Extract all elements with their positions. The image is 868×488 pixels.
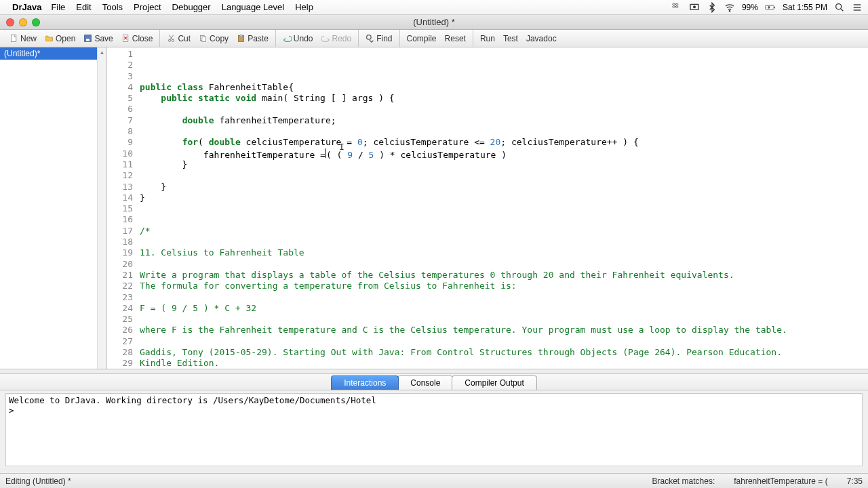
reset-button[interactable]: Reset xyxy=(441,33,470,45)
spotlight-icon[interactable] xyxy=(834,2,845,13)
copy-button[interactable]: Copy xyxy=(195,33,233,45)
menu-language-level[interactable]: Language Level xyxy=(222,2,285,12)
svg-rect-4 xyxy=(774,6,775,7)
sidebar-scrollbar[interactable]: ▲ xyxy=(97,47,106,369)
app-name[interactable]: DrJava xyxy=(12,2,41,12)
pane-divider[interactable] xyxy=(0,369,868,374)
window-title: (Untitled) * xyxy=(413,17,454,27)
svg-point-1 xyxy=(694,6,696,8)
close-button[interactable]: Close xyxy=(117,33,157,45)
scroll-up-icon[interactable]: ▲ xyxy=(98,47,106,57)
window-zoom-button[interactable] xyxy=(32,18,40,26)
open-button[interactable]: Open xyxy=(41,33,79,45)
svg-rect-16 xyxy=(202,37,206,41)
menu-tools[interactable]: Tools xyxy=(102,2,123,12)
redo-button[interactable]: Redo xyxy=(317,33,356,45)
line-number-gutter: 1234567891011121314151617181920212223242… xyxy=(107,47,137,369)
interactions-prompt[interactable]: > xyxy=(9,405,859,415)
dropbox-icon[interactable] xyxy=(671,2,682,13)
status-left: Editing (Untitled) * xyxy=(5,476,71,486)
svg-point-13 xyxy=(169,39,171,41)
sidebar-file-item[interactable]: (Untitled)* xyxy=(0,47,106,60)
clock[interactable]: Sat 1:55 PM xyxy=(783,3,827,12)
status-bracket-label: Bracket matches: xyxy=(652,476,715,486)
svg-point-14 xyxy=(172,39,174,41)
interactions-welcome: Welcome to DrJava. Working directory is … xyxy=(9,395,859,405)
cut-button[interactable]: Cut xyxy=(163,33,195,45)
status-caret-position: 7:35 xyxy=(847,476,863,486)
tab-console[interactable]: Console xyxy=(397,375,453,390)
save-button[interactable]: Save xyxy=(79,33,117,45)
window-titlebar: (Untitled) * xyxy=(0,15,868,30)
window-minimize-button[interactable] xyxy=(19,18,27,26)
new-button[interactable]: New xyxy=(5,33,41,45)
battery-percent: 99% xyxy=(742,3,758,12)
tab-interactions[interactable]: Interactions xyxy=(331,375,399,390)
tab-compiler-output[interactable]: Compiler Output xyxy=(452,375,536,390)
paste-button[interactable]: Paste xyxy=(233,33,273,45)
file-sidebar: (Untitled)* ▲ xyxy=(0,47,107,369)
compile-button[interactable]: Compile xyxy=(403,33,441,45)
bluetooth-icon[interactable] xyxy=(707,2,717,13)
status-bracket-value: fahrenheitTemperature = ( xyxy=(734,476,827,486)
svg-rect-18 xyxy=(240,35,242,37)
menu-project[interactable]: Project xyxy=(134,2,161,12)
svg-point-2 xyxy=(729,10,730,11)
interactions-pane[interactable]: Welcome to DrJava. Working directory is … xyxy=(5,393,863,466)
window-close-button[interactable] xyxy=(6,18,14,26)
code-editor[interactable]: 1234567891011121314151617181920212223242… xyxy=(107,47,868,369)
battery-icon[interactable] xyxy=(765,2,776,13)
menu-file[interactable]: File xyxy=(51,2,65,12)
display-icon[interactable] xyxy=(689,2,700,13)
find-button[interactable]: Find xyxy=(361,33,396,45)
run-button[interactable]: Run xyxy=(476,33,499,45)
svg-point-5 xyxy=(836,3,842,9)
wifi-icon[interactable] xyxy=(724,2,735,13)
status-bar: Editing (Untitled) * Bracket matches: fa… xyxy=(0,473,868,488)
menu-icon[interactable] xyxy=(852,2,863,13)
macos-menubar: DrJava File Edit Tools Project Debugger … xyxy=(0,0,868,15)
svg-point-19 xyxy=(367,35,372,40)
undo-button[interactable]: Undo xyxy=(279,33,317,45)
bottom-tabs: Interactions Console Compiler Output xyxy=(0,374,868,390)
main-area: (Untitled)* ▲ 12345678910111213141516171… xyxy=(0,47,868,369)
svg-rect-9 xyxy=(11,35,16,42)
code-area[interactable]: I public class FahrenheitTable{ public s… xyxy=(137,47,868,369)
text-caret-mark: I xyxy=(339,142,344,152)
toolbar: New Open Save Close Cut Copy Paste Undo … xyxy=(0,30,868,47)
menu-debugger[interactable]: Debugger xyxy=(172,2,211,12)
svg-rect-11 xyxy=(86,39,90,41)
test-button[interactable]: Test xyxy=(499,33,522,45)
javadoc-button[interactable]: Javadoc xyxy=(522,33,561,45)
menu-edit[interactable]: Edit xyxy=(76,2,91,12)
menu-help[interactable]: Help xyxy=(295,2,313,12)
